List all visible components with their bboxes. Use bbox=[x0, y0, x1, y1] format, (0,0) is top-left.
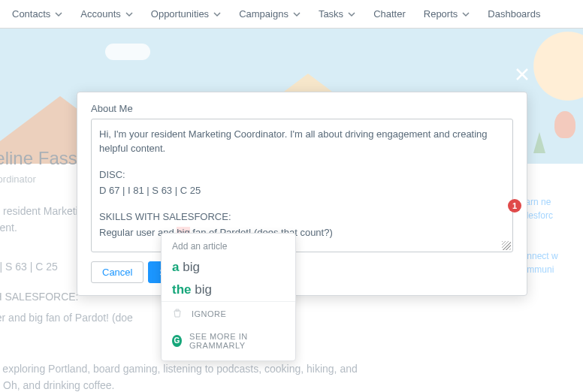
nav-reports[interactable]: Reports bbox=[415, 0, 479, 28]
chevron-down-icon bbox=[55, 11, 62, 18]
resize-handle-icon[interactable] bbox=[502, 241, 511, 250]
modal-field-label: About Me bbox=[91, 103, 513, 114]
grammarly-popup-title: Add an article bbox=[162, 241, 295, 256]
nav-contacts[interactable]: Contacts bbox=[3, 0, 71, 28]
chevron-down-icon bbox=[462, 11, 470, 18]
chevron-down-icon bbox=[293, 11, 301, 18]
about-me-textarea[interactable]: Hi, I'm your resident Marketing Coordina… bbox=[92, 119, 512, 252]
nav-dashboards[interactable]: Dashboards bbox=[479, 0, 549, 28]
nav-accounts[interactable]: Accounts bbox=[71, 0, 141, 28]
cancel-button[interactable]: Cancel bbox=[91, 261, 143, 283]
grammarly-suggestion[interactable]: the big bbox=[162, 279, 295, 301]
nav-tasks[interactable]: Tasks bbox=[310, 0, 364, 28]
grammarly-see-more[interactable]: G SEE MORE IN GRAMMARLY bbox=[162, 326, 295, 356]
nav-opportunities[interactable]: Opportunities bbox=[142, 0, 230, 28]
grammarly-ignore[interactable]: IGNORE bbox=[162, 301, 295, 326]
grammarly-suggestion[interactable]: a big bbox=[162, 256, 295, 279]
close-icon[interactable] bbox=[514, 66, 530, 86]
grammarly-error-badge[interactable]: 1 bbox=[508, 199, 521, 213]
nav-campaigns[interactable]: Campaigns bbox=[230, 0, 310, 28]
chevron-down-icon bbox=[348, 11, 355, 18]
grammarly-popup: Add an article a big the big IGNORE G SE… bbox=[161, 233, 296, 361]
grammarly-logo-icon: G bbox=[172, 335, 182, 347]
trash-icon bbox=[172, 308, 184, 320]
chevron-down-icon bbox=[213, 11, 221, 18]
top-nav: Contacts Accounts Opportunities Campaign… bbox=[0, 0, 583, 29]
chevron-down-icon bbox=[125, 11, 133, 18]
about-me-modal: About Me Hi, I'm your resident Marketing… bbox=[77, 92, 527, 296]
nav-chatter[interactable]: Chatter bbox=[364, 0, 415, 28]
about-me-textarea-wrap: Hi, I'm your resident Marketing Coordina… bbox=[91, 119, 513, 252]
